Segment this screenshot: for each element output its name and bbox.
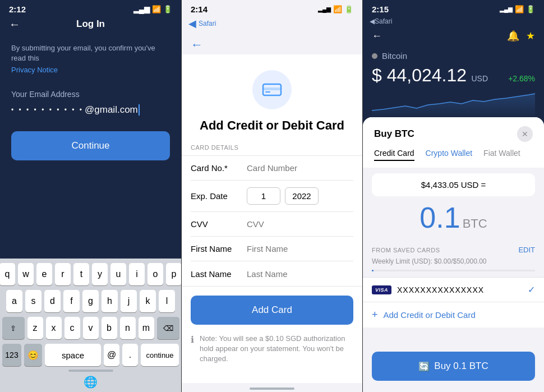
safari-label-2: Safari <box>199 20 216 27</box>
login-subtitle: By submitting your email, you confirm yo… <box>0 36 181 66</box>
shift-key[interactable]: ⇧ <box>2 317 25 339</box>
keyboard-row-4: 123 😊 space @ . continue <box>2 344 179 367</box>
bitcoin-label: Bitcoin <box>382 51 407 61</box>
key-c[interactable]: c <box>64 317 80 339</box>
sheet-tab-fiat-wallet[interactable]: Fiat Wallet <box>483 149 520 161</box>
key-v[interactable]: v <box>83 317 99 339</box>
key-q[interactable]: q <box>0 263 15 285</box>
card-number-row: Card No.* <box>191 156 353 181</box>
key-j[interactable]: j <box>121 290 137 312</box>
status-bar-3: 2:15 ▂▄▆ 📶 🔋 <box>363 0 544 16</box>
back-button-1[interactable]: ← <box>9 18 20 31</box>
wifi-icon-2: 📶 <box>333 5 342 13</box>
key-k[interactable]: k <box>140 290 156 312</box>
bell-icon[interactable]: 🔔 <box>507 30 519 42</box>
buy-sheet-header: Buy BTC ✕ <box>363 117 544 149</box>
limit-bar-background <box>372 270 535 271</box>
cvv-input[interactable] <box>247 219 353 229</box>
back-button-2[interactable]: ← <box>182 33 362 54</box>
exp-year-input[interactable] <box>285 187 319 205</box>
privacy-notice-link[interactable]: Privacy Notice <box>0 66 181 74</box>
cvv-row: CVV <box>191 212 353 237</box>
buy-sheet: Buy BTC ✕ Credit Card Crypto Wallet Fiat… <box>363 117 544 392</box>
key-e[interactable]: e <box>36 263 52 285</box>
battery-icon-2: 🔋 <box>344 5 353 13</box>
wifi-icon-1: 📶 <box>152 5 161 13</box>
last-name-input[interactable] <box>247 269 353 279</box>
key-continue[interactable]: continue <box>141 344 179 366</box>
key-r[interactable]: r <box>55 263 71 285</box>
keyboard-row-2: a s d f g h j k l <box>2 290 179 312</box>
key-u[interactable]: u <box>110 263 126 285</box>
status-bar-1: 2:12 ▂▄▆ 📶 🔋 <box>0 0 181 16</box>
safari-back-button-2[interactable]: ◀ <box>188 17 196 30</box>
exp-date-label: Exp. Date <box>191 191 247 201</box>
key-l[interactable]: l <box>159 290 175 312</box>
bitcoin-row: Bitcoin <box>363 47 544 63</box>
key-g[interactable]: g <box>82 290 99 312</box>
nav-bar-1: ← Log In <box>0 16 181 36</box>
edit-button[interactable]: EDIT <box>518 246 535 254</box>
key-d[interactable]: d <box>44 290 61 312</box>
price-chart <box>372 88 535 119</box>
saved-card-item[interactable]: VISA XXXXXXXXXXXXXXX ✓ <box>363 278 544 302</box>
card-icon-area <box>182 54 362 118</box>
btc-price-row: $ 44,024.12 USD +2.68% <box>363 63 544 88</box>
key-at[interactable]: @ <box>104 344 119 366</box>
key-i[interactable]: i <box>129 263 145 285</box>
key-t[interactable]: t <box>73 263 89 285</box>
add-card-row[interactable]: + Add Credit or Debit Card <box>363 302 544 328</box>
email-suffix: @gmail.com <box>85 104 138 116</box>
buy-btc-button[interactable]: 🔄 Buy 0.1 BTC <box>372 352 535 381</box>
time-2: 2:14 <box>191 4 208 14</box>
key-h[interactable]: h <box>102 290 118 312</box>
keyboard: q w e r t y u i o p a s d f g h j k l ⇧ … <box>0 259 181 392</box>
status-icons-1: ▂▄▆ 📶 🔋 <box>133 5 172 13</box>
exp-month-input[interactable] <box>247 187 280 205</box>
key-p[interactable]: p <box>166 263 181 285</box>
signal-icon-2: ▂▄▆ <box>318 6 331 12</box>
key-x[interactable]: x <box>46 317 62 339</box>
safari-back-button-3[interactable]: ◀ <box>370 17 375 25</box>
globe-icon[interactable]: 🌐 <box>84 375 98 389</box>
sheet-tab-credit-card[interactable]: Credit Card <box>374 149 414 161</box>
btc-amount: 0.1 <box>419 201 460 234</box>
email-field-display: • • • • • • • • • • @gmail.com <box>0 104 181 116</box>
email-label: Your Email Address <box>0 74 181 104</box>
add-card-link[interactable]: Add Credit or Debit Card <box>384 310 476 320</box>
key-a[interactable]: a <box>6 290 22 312</box>
key-w[interactable]: w <box>18 263 34 285</box>
key-b[interactable]: b <box>102 317 117 339</box>
card-number-input[interactable] <box>247 163 353 173</box>
status-icons-2: ▂▄▆ 📶 🔋 <box>318 5 353 13</box>
sheet-tab-crypto-wallet[interactable]: Crypto Wallet <box>426 149 473 161</box>
safari-bar-3: ◀ Safari <box>363 16 544 27</box>
key-s[interactable]: s <box>25 290 42 312</box>
continue-button[interactable]: Continue <box>11 131 170 160</box>
key-z[interactable]: z <box>27 317 43 339</box>
credit-card-icon <box>262 80 282 100</box>
key-f[interactable]: f <box>63 290 80 312</box>
price-container: $ 44,024.12 USD <box>372 65 488 86</box>
text-cursor <box>139 104 140 116</box>
close-sheet-button[interactable]: ✕ <box>517 126 533 142</box>
add-card-button[interactable]: Add Card <box>191 296 353 325</box>
wifi-icon-3: 📶 <box>515 5 524 13</box>
key-y[interactable]: y <box>92 263 108 285</box>
first-name-input[interactable] <box>247 244 353 253</box>
key-123[interactable]: 123 <box>2 344 21 366</box>
key-dot[interactable]: . <box>122 344 138 366</box>
buy-sheet-title: Buy BTC <box>374 128 414 140</box>
key-o[interactable]: o <box>147 263 163 285</box>
safari-label-3: Safari <box>375 17 392 25</box>
key-n[interactable]: n <box>120 317 136 339</box>
key-m[interactable]: m <box>139 317 154 339</box>
backspace-key[interactable]: ⌫ <box>157 317 179 339</box>
key-space[interactable]: space <box>45 344 101 366</box>
nav-right-icons: 🔔 ★ <box>507 30 535 42</box>
key-emoji[interactable]: 😊 <box>24 344 42 366</box>
cvv-label: CVV <box>191 219 247 229</box>
back-button-3[interactable]: ← <box>372 30 382 42</box>
btc-dot <box>372 53 377 59</box>
star-icon[interactable]: ★ <box>526 30 535 42</box>
